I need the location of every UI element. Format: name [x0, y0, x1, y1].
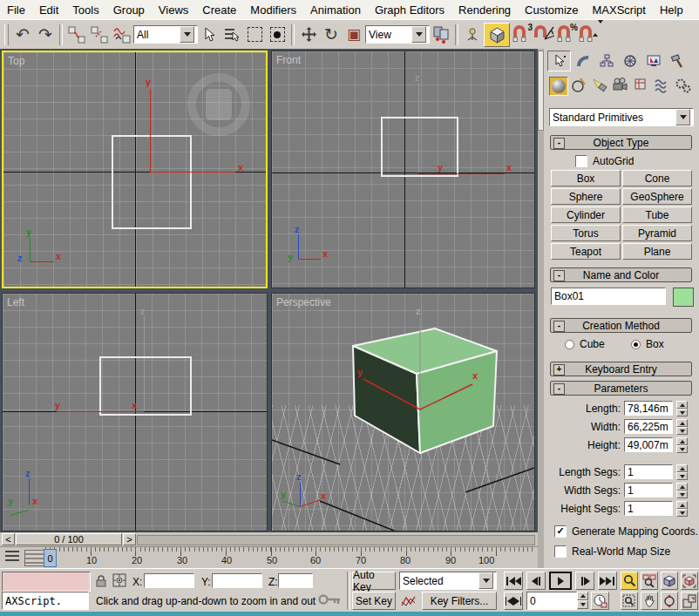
arc-rotate-button[interactable] — [661, 592, 678, 610]
select-and-manipulate-button[interactable] — [461, 24, 484, 46]
viewport-top[interactable]: y x Top y z x — [2, 51, 268, 288]
z-coordinate-field[interactable] — [278, 573, 313, 588]
object-type-plane-button[interactable]: Plane — [622, 243, 692, 260]
length-spinner[interactable] — [676, 401, 688, 416]
menu-maxscript[interactable]: MAXScript — [586, 3, 653, 17]
snaps-toggle-button[interactable] — [484, 23, 510, 47]
key-mode-toggle-button[interactable] — [504, 592, 523, 610]
time-configuration-button[interactable] — [591, 592, 609, 610]
menu-group[interactable]: Group — [106, 3, 152, 17]
length-field[interactable]: 78,146m — [624, 401, 673, 416]
real-world-map-checkbox[interactable] — [554, 545, 567, 558]
reference-coordinate-dropdown[interactable]: View — [365, 25, 430, 44]
select-and-rotate-button[interactable]: ↻ — [320, 24, 343, 46]
bind-to-space-warp-button[interactable] — [111, 24, 133, 46]
selection-filter-dropdown[interactable]: All — [133, 25, 198, 44]
category-shapes[interactable] — [570, 77, 589, 96]
primitive-category-arrow[interactable] — [675, 109, 690, 125]
set-key-button[interactable]: Set Key — [352, 592, 396, 610]
snap-3d-button[interactable]: 3 — [510, 24, 533, 46]
height-segs-field[interactable]: 1 — [624, 501, 673, 516]
category-space-warps[interactable] — [654, 77, 673, 96]
menu-graph-editors[interactable]: Graph Editors — [368, 3, 451, 17]
default-in-out-tangents-button[interactable] — [399, 592, 418, 610]
select-by-name-button[interactable] — [221, 24, 243, 46]
object-type-pyramid-button[interactable]: Pyramid — [622, 225, 692, 241]
menu-tools[interactable]: Tools — [65, 3, 105, 17]
tab-create[interactable] — [547, 51, 571, 71]
track-bar-frame-handle[interactable]: 0 — [44, 549, 57, 567]
zoom-button[interactable] — [621, 572, 638, 590]
tab-modify[interactable] — [571, 51, 594, 71]
toolbar-grip[interactable] — [4, 24, 9, 45]
menu-customize[interactable]: Customize — [518, 3, 585, 17]
use-pivot-point-center-button[interactable] — [430, 24, 452, 46]
frame-spinner[interactable] — [577, 592, 588, 609]
viewport-label-left[interactable]: Left — [7, 296, 24, 308]
menu-edit[interactable]: Edit — [32, 3, 65, 17]
object-type-torus-button[interactable]: Torus — [551, 225, 621, 241]
command-panel-scroll-thumb[interactable] — [538, 51, 544, 131]
tab-motion[interactable] — [618, 51, 641, 71]
width-segs-field[interactable]: 1 — [624, 483, 673, 498]
width-field[interactable]: 66,225m — [624, 419, 673, 434]
select-and-scale-button[interactable]: ▣ — [343, 24, 365, 46]
menu-views[interactable]: Views — [152, 3, 195, 17]
menu-rendering[interactable]: Rendering — [451, 3, 518, 17]
y-coordinate-field[interactable] — [212, 573, 262, 588]
selection-filter-arrow[interactable] — [180, 26, 194, 43]
viewport-label-front[interactable]: Front — [276, 54, 301, 66]
play-button[interactable] — [549, 572, 572, 590]
tab-display[interactable] — [641, 51, 665, 71]
select-and-move-button[interactable] — [297, 24, 320, 46]
min-max-toggle-button[interactable] — [681, 592, 698, 610]
collapse-icon[interactable]: - — [553, 383, 565, 395]
creation-method-cube[interactable]: Cube — [565, 338, 605, 350]
object-type-tube-button[interactable]: Tube — [622, 206, 692, 223]
object-type-teapot-button[interactable]: Teapot — [551, 243, 621, 260]
height-segs-spinner[interactable] — [676, 501, 688, 517]
window-crossing-button[interactable] — [266, 24, 288, 46]
width-segs-spinner[interactable] — [676, 483, 688, 498]
collapse-icon[interactable]: - — [553, 321, 565, 332]
autogrid-checkbox[interactable] — [575, 155, 587, 167]
selection-set-arrow[interactable] — [478, 572, 493, 589]
region-zoom-button[interactable] — [621, 592, 638, 610]
object-type-box-button[interactable]: Box — [551, 170, 621, 186]
category-cameras[interactable] — [612, 77, 631, 96]
track-bar-ruler[interactable] — [40, 547, 533, 569]
go-to-end-button[interactable] — [598, 572, 617, 590]
object-color-swatch[interactable] — [673, 288, 694, 307]
menu-animation[interactable]: Animation — [303, 3, 368, 17]
time-slider-prev-button[interactable]: < — [2, 533, 15, 545]
category-lights[interactable] — [591, 77, 610, 96]
auto-key-button[interactable]: Auto Key — [352, 572, 396, 590]
collapse-icon[interactable]: - — [553, 270, 565, 281]
viewport-left[interactable]: z y x Left z y x — [2, 293, 268, 531]
object-type-geosphere-button[interactable]: GeoSphere — [622, 188, 692, 205]
unlink-selection-button[interactable] — [88, 24, 111, 46]
rollout-keyboard-entry[interactable]: + Keyboard Entry — [550, 362, 692, 376]
object-type-sphere-button[interactable]: Sphere — [551, 188, 621, 205]
current-frame-field[interactable]: 0 — [526, 592, 577, 610]
menu-modifiers[interactable]: Modifiers — [243, 3, 303, 17]
redo-button[interactable]: ↷ — [34, 24, 57, 46]
primitive-category-dropdown[interactable]: Standard Primitives — [549, 108, 694, 126]
previous-frame-button[interactable] — [526, 572, 546, 590]
cube-radio[interactable] — [565, 340, 574, 349]
select-object-button[interactable] — [198, 24, 221, 46]
absolute-mode-icon[interactable] — [112, 573, 126, 587]
x-coordinate-field[interactable] — [144, 573, 194, 588]
rollout-name-and-color[interactable]: - Name and Color — [550, 267, 692, 282]
rollout-object-type[interactable]: - Object Type — [550, 135, 692, 150]
rollout-parameters[interactable]: - Parameters — [550, 381, 692, 396]
category-systems[interactable] — [675, 77, 694, 96]
menu-file[interactable]: File — [0, 3, 32, 17]
time-slider-handle[interactable]: 0 / 100 — [16, 533, 122, 545]
width-spinner[interactable] — [676, 419, 688, 435]
object-name-field[interactable] — [551, 288, 666, 305]
zoom-extents-all-button[interactable] — [681, 572, 698, 590]
viewport-front[interactable]: z y x Front z y x — [271, 51, 535, 288]
viewport-label-top[interactable]: Top — [8, 55, 24, 67]
viewport-label-perspective[interactable]: Perspective — [276, 296, 331, 308]
